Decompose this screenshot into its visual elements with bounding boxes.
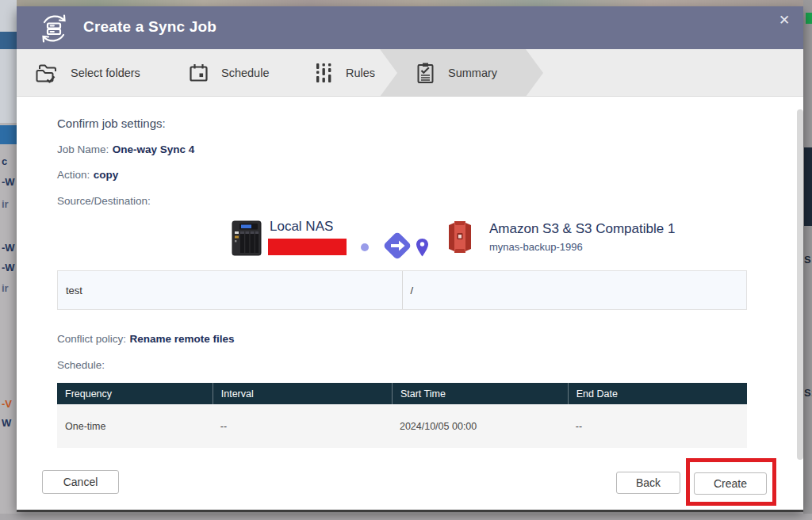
start-time-cell: 2024/10/05 00:00	[392, 421, 568, 432]
destination-folder-cell: /	[402, 271, 747, 309]
background-text-fragment: -W	[2, 262, 15, 273]
end-date-cell: --	[568, 421, 747, 432]
sync-job-icon	[36, 10, 72, 47]
source-name: Local NAS	[270, 219, 333, 235]
background-bottom-strip	[0, 514, 812, 520]
folder-pair-row: test /	[57, 270, 747, 310]
background-right-sliver: S S:	[803, 0, 812, 520]
background-text-fragment: S:	[804, 387, 812, 399]
cancel-button[interactable]: Cancel	[42, 470, 119, 494]
close-icon[interactable]: ✕	[775, 11, 794, 30]
job-name-value: One-way Sync 4	[113, 143, 195, 155]
step-label: Schedule	[221, 67, 269, 79]
background-text-fragment: -W	[2, 242, 15, 254]
background-text-fragment: ir	[2, 198, 9, 210]
step-label: Rules	[346, 67, 375, 79]
create-button[interactable]: Create	[694, 472, 767, 495]
dialog-title: Create a Sync Job	[83, 18, 216, 36]
schedule-table: Frequency Interval Start Time End Date O…	[57, 383, 747, 448]
source-destination-label: Source/Destination:	[57, 195, 151, 207]
background-text-fragment: S	[804, 254, 811, 266]
step-schedule[interactable]: Schedule	[188, 49, 269, 97]
background-text-fragment: -V	[2, 398, 12, 410]
step-rules[interactable]: Rules	[313, 49, 375, 97]
action-line: Action: copy	[57, 167, 118, 182]
step-label: Summary	[448, 67, 497, 79]
diamond-right-arrow-icon	[382, 231, 412, 261]
source-folder-cell: test	[58, 271, 402, 309]
create-sync-job-dialog: Create a Sync Job ✕ Select folders	[17, 6, 803, 510]
step-label: Select folders	[71, 67, 140, 79]
conflict-policy-value: Rename remote files	[130, 333, 235, 345]
screen: c -W ir -W -W ir -V W S S:	[0, 0, 812, 520]
location-pin-icon	[416, 239, 428, 257]
destination-bucket: mynas-backup-1996	[489, 241, 583, 253]
schedule-label: Schedule:	[57, 359, 105, 371]
content-scrollbar[interactable]	[797, 109, 803, 460]
conflict-policy-label: Conflict policy:	[57, 333, 126, 345]
wizard-steps: Select folders Schedule	[17, 49, 803, 97]
background-left-sliver: c -W ir -W -W ir -V W	[0, 0, 17, 520]
interval-cell: --	[213, 421, 392, 432]
background-text-fragment: -W	[2, 176, 15, 188]
conflict-policy-line: Conflict policy: Rename remote files	[57, 331, 235, 346]
frequency-cell: One-time	[57, 421, 213, 432]
folders-check-icon	[34, 62, 59, 85]
nas-device-icon	[232, 220, 262, 256]
background-blue-bar	[0, 32, 17, 49]
clipboard-check-icon	[415, 62, 436, 85]
action-label: Action:	[57, 169, 90, 181]
background-green-block	[806, 13, 812, 24]
background-text-fragment: W	[2, 417, 11, 429]
redaction-box	[268, 239, 347, 255]
schedule-table-header: Frequency Interval Start Time End Date	[57, 383, 747, 404]
table-row: One-time -- 2024/10/05 00:00 --	[57, 404, 747, 448]
column-header: End Date	[568, 383, 747, 404]
column-header: Interval	[213, 383, 392, 404]
background-blue-bar	[0, 125, 17, 144]
sliders-icon	[313, 62, 334, 84]
job-name-line: Job Name: One-way Sync 4	[57, 142, 194, 156]
column-header: Start Time	[392, 383, 568, 404]
background-navy-block	[804, 147, 812, 226]
background-panel	[0, 0, 17, 123]
column-header: Frequency	[57, 383, 213, 404]
background-text-fragment: c	[2, 155, 7, 167]
back-button[interactable]: Back	[616, 472, 680, 494]
background-text-fragment: ir	[2, 282, 9, 294]
flow-dot	[361, 243, 369, 251]
calendar-icon	[188, 63, 209, 84]
step-select-folders[interactable]: Select folders	[34, 49, 140, 97]
action-value: copy	[94, 169, 119, 181]
dialog-titlebar: Create a Sync Job ✕	[17, 6, 803, 49]
step-summary-active[interactable]: Summary	[380, 49, 543, 97]
destination-name: Amazon S3 & S3 Compatible 1	[489, 221, 675, 237]
amazon-s3-icon	[444, 220, 476, 254]
job-name-label: Job Name:	[57, 143, 109, 155]
confirm-heading: Confirm job settings:	[57, 117, 166, 130]
